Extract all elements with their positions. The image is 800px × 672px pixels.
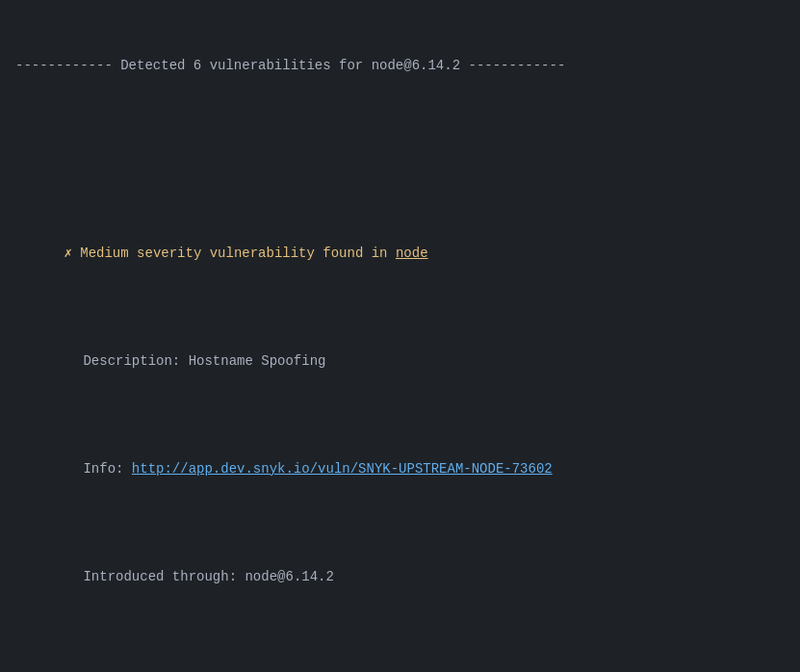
- vuln-1-from-line: From: node@6.14.2: [15, 652, 785, 672]
- vuln-1-introduced-line: Introduced through: node@6.14.2: [15, 544, 785, 608]
- vuln-1-description-line: Description: Hostname Spoofing: [15, 328, 785, 393]
- vuln-block-1: ✗ Medium severity vulnerability found in…: [15, 178, 785, 672]
- terminal-output: ------------ Detected 6 vulnerabilities …: [15, 12, 785, 672]
- vuln-1-info-line: Info: http://app.dev.snyk.io/vuln/SNYK-U…: [15, 436, 785, 501]
- vuln-1-info-link[interactable]: http://app.dev.snyk.io/vuln/SNYK-UPSTREA…: [132, 461, 553, 477]
- vuln-1-title-text: Medium severity vulnerability found in n…: [80, 246, 427, 261]
- header-line: ------------ Detected 6 vulnerabilities …: [15, 55, 785, 76]
- vuln-1-xmark: ✗: [64, 246, 80, 261]
- vuln-1-node-link[interactable]: node: [396, 246, 428, 261]
- vuln-1-title: ✗ Medium severity vulnerability found in…: [15, 221, 785, 286]
